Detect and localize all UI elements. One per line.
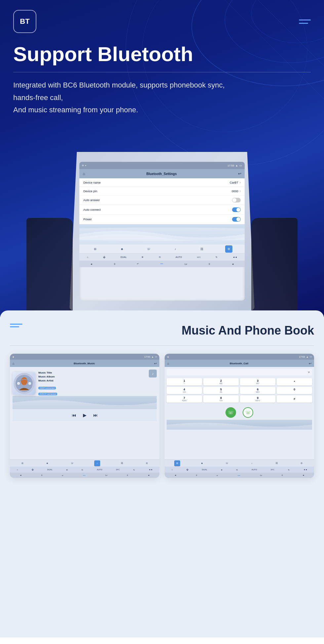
music-ctrl-auto: AUTO (97, 469, 102, 471)
call-ctrl-power[interactable]: ⏻ (186, 469, 188, 471)
call-signal: ▲ (306, 356, 308, 358)
call-nav-music[interactable]: ♪ (249, 460, 255, 466)
call-nav-call[interactable]: ☏ (224, 460, 230, 466)
power-toggle[interactable] (232, 217, 241, 222)
call-ctrl-home[interactable]: ⌂ (172, 469, 173, 471)
play-button[interactable]: ▶ (83, 412, 87, 418)
call-navbar: ⌂ Bluetooth_Call ↩ (165, 360, 314, 367)
dial-key-hash[interactable]: # (277, 395, 312, 403)
settings-row-device-name[interactable]: Device name CarBT › (79, 178, 245, 187)
music-ctrl-sync[interactable]: ↻ (133, 469, 135, 471)
dial-key-7[interactable]: 7 PQRS (167, 395, 202, 403)
section-menu-button[interactable] (10, 324, 22, 327)
music-ctrl-dual: DUAL (47, 469, 53, 471)
ctrl-zero-2: 0 (209, 263, 210, 265)
music-ctrl-mute[interactable]: ◄ (147, 474, 149, 476)
dialpad: 1 — 2 ABC 3 DEF * (167, 378, 312, 403)
hangup-button[interactable]: ☏ (243, 407, 253, 418)
nav-connect[interactable]: ⛓ (198, 245, 206, 253)
next-button[interactable]: ⏭ (93, 412, 98, 418)
dial-key-4[interactable]: 4 GHI (167, 387, 202, 394)
music-nav-apps[interactable]: ⊞ (20, 460, 25, 466)
call-ctrl-sync[interactable]: ↻ (288, 469, 290, 471)
ctrl-enter[interactable]: ↵ (137, 263, 139, 265)
back-icon[interactable]: ↩ (238, 171, 241, 176)
ctrl-ac[interactable]: ⟲ (159, 256, 161, 259)
car-interior-right (251, 218, 298, 317)
dial-key-8[interactable]: 8 TUV (203, 395, 239, 403)
nav-apps[interactable]: ⊞ (92, 245, 99, 253)
svg-point-2 (251, 0, 324, 43)
ctrl-power[interactable]: ⏻ (103, 256, 105, 258)
car-screen-outer: ≡ ● 17:53 ▲ ▭ ⌂ Bluetooth_Settings ↩ (69, 152, 255, 310)
call-button[interactable]: ☏ (225, 407, 236, 418)
music-nav-call[interactable]: ☏ (69, 460, 75, 466)
music-title: Music Title (38, 371, 157, 375)
call-ctrl-slider[interactable]: ━━ (238, 474, 240, 477)
music-ctrl-enter[interactable]: ↵ (62, 474, 63, 477)
car-display: ≡ ● 17:53 ▲ ▭ ⌂ Bluetooth_Settings ↩ (26, 139, 298, 317)
call-nav-connect[interactable]: ⛓ (274, 460, 280, 466)
nav-call[interactable]: ☏ (145, 245, 152, 253)
settings-row-auto-answer: Auto answer (79, 196, 245, 205)
ctrl-sync[interactable]: ↻ (216, 256, 218, 259)
dial-key-5[interactable]: 5 JKL (203, 387, 239, 394)
nav-settings[interactable]: ⚙ (225, 245, 232, 253)
dial-key-2[interactable]: 2 ABC (203, 378, 239, 385)
call-screen-title: Bluetooth_Call (230, 362, 248, 365)
ctrl-vol[interactable]: ◄◄ (232, 256, 237, 258)
call-ctrl-vol[interactable]: ◄◄ (303, 469, 307, 471)
call-back-icon[interactable]: ↩ (309, 362, 311, 365)
music-nav-connect[interactable]: ⛓ (119, 460, 125, 466)
dial-key-0[interactable]: 0 · (277, 387, 312, 394)
call-ctrl-enter[interactable]: ↵ (217, 474, 218, 477)
nav-phone[interactable]: ☻ (118, 245, 126, 253)
dial-key-star[interactable]: * (277, 378, 312, 385)
call-ctrl-ac[interactable]: ⟲ (236, 469, 238, 471)
music-nav-music[interactable]: ♪ (94, 460, 100, 466)
call-input-bar: ✕ (167, 369, 312, 376)
music-statusbar-right: 17:53 ▲ ▭ (144, 355, 157, 358)
call-nav-user[interactable]: ☻ (199, 460, 205, 466)
music-nav-user[interactable]: ☻ (44, 460, 50, 466)
music-ctrl-slider[interactable]: ━━ (83, 474, 86, 477)
auto-answer-toggle[interactable] (232, 198, 241, 202)
music-ctrl-home[interactable]: ⌂ (17, 469, 18, 471)
home-icon[interactable]: ⌂ (83, 171, 85, 176)
music-controls[interactable]: ⏮ ▶ ⏭ (13, 409, 157, 421)
ctrl-home[interactable]: ⌂ (87, 256, 88, 258)
music-home-icon[interactable]: ⌂ (13, 362, 15, 365)
auto-connect-toggle[interactable] (232, 207, 241, 212)
music-ctrl-back[interactable]: ◄ (20, 474, 22, 476)
call-home-icon[interactable]: ⌂ (167, 362, 169, 365)
prev-button[interactable]: ⏮ (72, 412, 76, 418)
dial-key-6[interactable]: 6 MNO (240, 387, 275, 394)
dot-icon: ● (85, 164, 86, 166)
call-clear-icon[interactable]: ✕ (308, 371, 310, 374)
dial-key-1[interactable]: 1 — (167, 378, 202, 385)
music-nav-settings[interactable]: ⚙ (144, 460, 150, 466)
music-ctrl-fan[interactable]: ❄ (66, 469, 68, 471)
call-nav-settings[interactable]: ⚙ (299, 460, 304, 466)
ctrl-back[interactable]: ◄ (90, 263, 93, 265)
call-nav-apps[interactable]: ⊞ (174, 460, 180, 466)
dial-key-9[interactable]: 9 WXYZ (240, 395, 275, 403)
car-interior-left (26, 218, 73, 317)
ctrl-slider[interactable]: ━━ (160, 263, 163, 265)
ctrl-fan[interactable]: ❄ (142, 256, 143, 259)
dial-key-3[interactable]: 3 DEF (240, 378, 275, 385)
music-back-icon[interactable]: ↩ (154, 362, 157, 365)
music-ctrl-power[interactable]: ⏻ (32, 469, 34, 471)
call-ctrl-back[interactable]: ◄ (175, 474, 177, 476)
music-ctrl-vol[interactable]: ◄◄ (148, 469, 152, 471)
nav-music[interactable]: ♪ (172, 245, 179, 253)
music-battery: ▭ (155, 355, 157, 358)
call-ctrl-fan[interactable]: ❄ (221, 469, 223, 471)
settings-row-device-pin[interactable]: Device pin 0000 › (79, 187, 245, 196)
music-ctrl-zero1: 0 (41, 474, 42, 476)
call-ctrl-mute[interactable]: ◄ (302, 474, 304, 476)
ctrl-mute[interactable]: ◄ (231, 263, 234, 265)
hero-title: Support Bluetooth (13, 43, 311, 65)
music-ctrl-ac[interactable]: ⟲ (81, 469, 83, 471)
call-wave-svg (167, 420, 312, 430)
